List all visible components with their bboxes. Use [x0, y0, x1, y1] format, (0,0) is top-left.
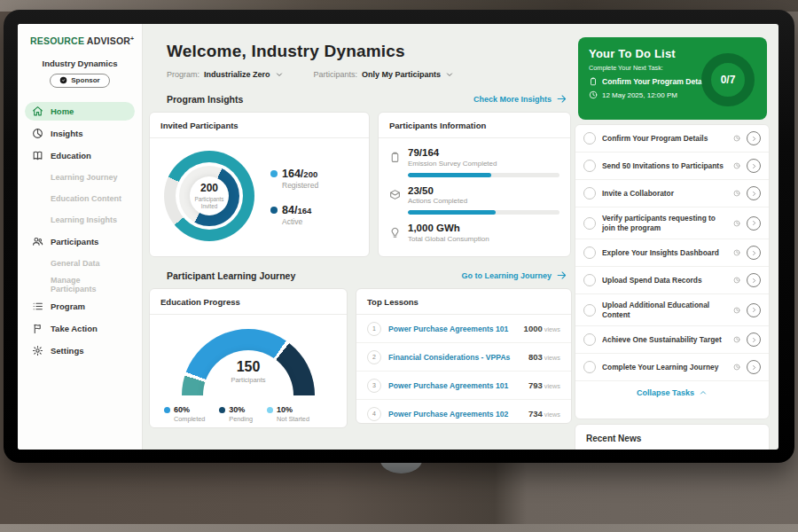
gauge-center: 150 Participants: [182, 359, 315, 384]
recent-news-card: Recent News: [575, 424, 770, 450]
task-clock-icon: [733, 190, 740, 197]
task-open-button[interactable]: [747, 360, 761, 374]
filter-value: Industrialize Zero: [204, 70, 270, 79]
sidebar-subitem-label: General Data: [51, 259, 100, 268]
sidebar-subitem-label: Learning Journey: [51, 173, 118, 182]
task-clock-icon: [733, 220, 740, 227]
home-icon: [32, 106, 43, 117]
task-upload-spend-data-records[interactable]: Upload Spend Data Records: [575, 267, 769, 294]
lesson-views: 803views: [528, 352, 560, 362]
gauge-legend: 60%Completed30%Pending10%Not Started: [164, 405, 347, 423]
sidebar-subitem-learning-journey[interactable]: Learning Journey: [25, 168, 135, 186]
chevron-right-icon: [751, 163, 757, 169]
task-checkbox[interactable]: [583, 333, 596, 346]
task-open-button[interactable]: [747, 246, 761, 260]
sidebar-item-settings[interactable]: Settings: [25, 341, 135, 360]
filter-program[interactable]: Program:Industrialize Zero: [167, 70, 284, 79]
task-label: Complete Your Learning Journey: [602, 363, 727, 372]
task-checkbox[interactable]: [583, 187, 596, 200]
filter-participants[interactable]: Participants:Only My Participants: [314, 70, 455, 79]
sidebar-item-label: Education: [51, 151, 91, 160]
task-explore-your-insights-dashboard[interactable]: Explore Your Insights Dashboard: [575, 239, 769, 267]
check-more-insights-link[interactable]: Check More Insights: [473, 93, 567, 105]
clipboard-icon: [589, 77, 598, 86]
task-checkbox[interactable]: [583, 361, 596, 373]
info-label: Emission Survey Completed: [408, 160, 497, 168]
sidebar-subitem-manage-participants[interactable]: Manage Participants: [25, 276, 135, 293]
todo-task-list: Confirm Your Program DetailsSend 50 Invi…: [575, 125, 769, 381]
caret-up-icon: [699, 388, 708, 397]
sidebar-subitem-education-content[interactable]: Education Content: [25, 190, 135, 207]
task-upload-additional-educational-content[interactable]: Upload Additional Educational Content: [575, 294, 769, 326]
legend-dot: [270, 207, 278, 214]
invited-participants-title: Invited Participants: [150, 113, 369, 138]
task-checkbox[interactable]: [583, 132, 596, 145]
task-open-button[interactable]: [747, 159, 761, 173]
clipboard-icon: [389, 152, 401, 163]
task-open-button[interactable]: [747, 186, 761, 200]
top-lessons-card: Top Lessons 1Power Purchase Agreements 1…: [356, 288, 572, 424]
task-verify-participants-requesting-to-join-the-program[interactable]: Verify participants requesting to join t…: [575, 207, 769, 239]
task-checkbox[interactable]: [583, 246, 596, 259]
task-open-button[interactable]: [747, 332, 761, 347]
lesson-title-link[interactable]: Power Purchase Agreements 101: [388, 325, 524, 333]
sidebar-item-participants[interactable]: Participants: [25, 232, 135, 251]
sidebar-item-label: Participants: [51, 237, 98, 246]
lesson-row: 4Power Purchase Agreements 102734views: [356, 400, 571, 424]
box-icon: [389, 189, 401, 200]
sidebar-item-education[interactable]: Education: [25, 146, 135, 165]
task-open-button[interactable]: [747, 131, 761, 145]
arrow-right-icon: [556, 93, 567, 105]
sidebar-item-take-action[interactable]: Take Action: [25, 319, 135, 338]
task-complete-your-learning-journey[interactable]: Complete Your Learning Journey: [575, 354, 769, 381]
task-label: Send 50 Invitations to Participants: [602, 161, 727, 171]
logo-secondary: ADVISOR+: [87, 35, 135, 46]
sidebar-item-program[interactable]: Program: [25, 297, 135, 316]
sidebar-item-home[interactable]: Home: [25, 102, 135, 121]
legend-value: 164/200: [282, 168, 317, 180]
lesson-rank: 4: [367, 407, 381, 421]
sidebar-item-label: Take Action: [51, 324, 98, 333]
sidebar-item-insights[interactable]: Insights: [25, 124, 135, 143]
lesson-title-link[interactable]: Power Purchase Agreements 102: [388, 410, 528, 419]
flag-icon: [32, 323, 43, 334]
gauge-legend-item-completed: 60%Completed: [164, 405, 205, 423]
sidebar-subitem-general-data[interactable]: General Data: [25, 254, 135, 272]
todo-progress-value: 0/7: [721, 74, 736, 86]
participants-info-rows: 79/164Emission Survey Completed23/50Acti…: [379, 138, 570, 243]
task-send-50-invitations-to-participants[interactable]: Send 50 Invitations to Participants: [575, 153, 769, 180]
recent-news-title: Recent News: [586, 434, 758, 443]
pie-icon: [32, 128, 43, 139]
info-label: Total Global Consumption: [408, 235, 489, 243]
task-invite-a-collaborator[interactable]: Invite a Collaborator: [575, 180, 769, 207]
progress-bar: [408, 210, 559, 215]
task-checkbox[interactable]: [583, 274, 596, 286]
task-checkbox[interactable]: [583, 217, 596, 230]
task-checkbox[interactable]: [583, 160, 596, 172]
task-achieve-one-sustainability-target[interactable]: Achieve One Sustainability Target: [575, 326, 769, 354]
task-open-button[interactable]: [747, 303, 761, 317]
progress-bar: [408, 173, 559, 177]
donut-center: 200 Participants Invited: [190, 176, 229, 215]
task-checkbox[interactable]: [583, 304, 596, 317]
sidebar-item-label: Settings: [51, 346, 83, 356]
lesson-title-link[interactable]: Power Purchase Agreements 101: [388, 381, 528, 390]
task-confirm-your-program-details[interactable]: Confirm Your Program Details: [575, 125, 769, 153]
donut-legend-item-active: 84/164Active: [270, 204, 318, 226]
sponsor-badge: Sponsor: [50, 74, 110, 88]
task-open-button[interactable]: [747, 216, 761, 231]
task-open-button[interactable]: [747, 273, 761, 287]
sponsor-label: Sponsor: [71, 76, 99, 84]
sidebar-subitem-label: Manage Participants: [51, 276, 128, 293]
chevron-down-icon: [445, 70, 454, 79]
collapse-tasks-link[interactable]: Collapse Tasks: [575, 381, 769, 403]
legend-label: Registered: [282, 181, 318, 190]
legend-label: Active: [282, 217, 318, 226]
task-label: Explore Your Insights Dashboard: [602, 248, 727, 258]
go-to-learning-journey-link[interactable]: Go to Learning Journey: [461, 270, 567, 281]
lesson-title-link[interactable]: Financial Considerations - VPPAs: [388, 353, 528, 362]
sidebar-subitem-learning-insights[interactable]: Learning Insights: [25, 211, 135, 229]
filter-label: Participants:: [314, 70, 358, 79]
photo-scene: RESOURCE ADVISOR+ Industry Dynamics Spon…: [0, 0, 798, 532]
task-label: Upload Additional Educational Content: [602, 301, 727, 319]
